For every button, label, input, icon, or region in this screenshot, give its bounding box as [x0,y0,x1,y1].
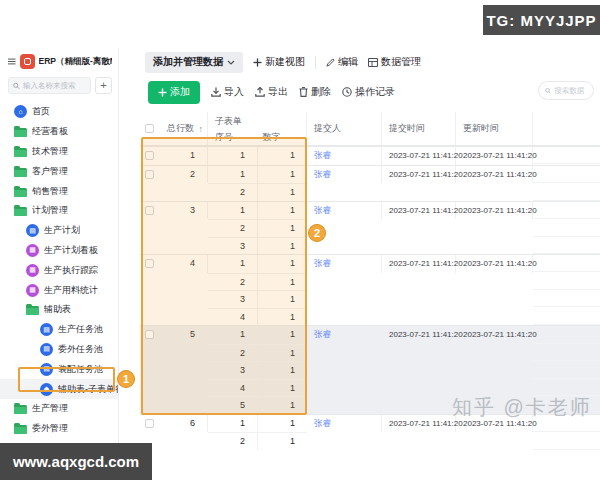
import-button[interactable]: 导入 [211,85,244,99]
submitter-link[interactable]: 张睿 [307,147,381,165]
submitter-link[interactable]: 张睿 [307,202,381,220]
sort-asc-icon: ↑ [199,124,204,134]
sidebar-item-plan-manage[interactable]: 计划管理 [0,201,118,221]
sidebar-item-business-board[interactable]: 经营看板 [0,122,118,142]
column-header-subform[interactable]: 子表单 序号 数字 [208,112,307,145]
folder-icon [14,207,27,216]
app-logo-icon [20,54,35,69]
view-tab-manage-data[interactable]: 添加并管理数据 [145,52,243,73]
submitter-link[interactable]: 张睿 [307,326,381,344]
app-title: ERP（精细版-离散MTO）… [39,56,112,68]
plus-icon [253,58,262,67]
submitter-link[interactable]: 张睿 [307,415,381,433]
submitter-link[interactable]: 张睿 [307,166,381,184]
export-icon [255,87,265,97]
tg-contact-badge: TG: MYYJJPP [483,5,600,35]
folder-icon [14,168,27,177]
edit-button[interactable]: 编辑 [326,55,358,69]
folder-icon [14,128,27,137]
tag-icon: ◆ [40,383,53,396]
table-search-field[interactable] [554,86,587,95]
import-icon [211,87,221,97]
row-checkbox[interactable] [145,170,154,179]
column-header-submitter[interactable]: 提交人 [307,112,382,145]
sidebar-item-production-manage[interactable]: 生产管理 [0,399,118,419]
table-row-group-2[interactable]: 2 11 21 张睿 2023-07-21 11:41:20 2023-07-2… [140,165,600,201]
sidebar-header: ERP（精细版-离散MTO）… [0,48,118,71]
search-icon [13,82,20,90]
main-content: 添加并管理数据 新建视图 编辑 数据管理 添加 导入 导出 [120,48,600,448]
data-manage-button[interactable]: 数据管理 [368,55,421,69]
sidebar-item-production-plan-board[interactable]: ▦生产计划看板 [0,241,118,261]
sidebar-item-production-material-stats[interactable]: ▦生产用料统计 [0,280,118,300]
chevron-down-icon [227,60,235,65]
view-toolbar: 添加并管理数据 新建视图 编辑 数据管理 [145,50,600,74]
folder-icon [14,148,27,157]
action-toolbar: 添加 导入 导出 删除 操作记录 [148,78,600,106]
sidebar-search-input[interactable] [8,77,91,94]
zhihu-watermark: 知乎 @卡老师 [452,394,592,421]
website-badge: www.aqxgcd.com [0,443,152,480]
folder-icon [26,306,39,315]
table-row-group-3[interactable]: 3 11 21 31 张睿 2023-07-21 11:41:20 2023-0… [140,201,600,255]
row-checkbox[interactable] [145,330,154,339]
dashboard-icon: ▦ [26,244,39,257]
form-icon: ▤ [40,363,53,376]
trash-icon [299,87,308,97]
form-icon: ▤ [40,323,53,336]
form-icon: ▤ [26,224,39,237]
folder-icon [14,425,27,434]
sidebar-item-production-exec-track[interactable]: ▦生产执行跟踪 [0,260,118,280]
sidebar-item-production-task-pool[interactable]: ▤生产任务池 [0,320,118,340]
toolbar-divider [315,56,316,69]
sidebar-nav: ⌂首页 经营看板 技术管理 客户管理 销售管理 计划管理 ▤生产计划 ▦生产计划… [0,102,118,439]
annotation-callout-1: 1 [117,370,135,388]
sidebar-search-field[interactable] [23,81,86,90]
column-header-num[interactable]: 数字 [258,131,307,144]
sidebar-item-home[interactable]: ⌂首页 [0,102,118,122]
form-icon: ▤ [40,343,53,356]
sidebar-item-outsource-manage[interactable]: 委外管理 [0,419,118,439]
sidebar-add-button[interactable]: + [95,77,112,94]
sidebar: ERP（精细版-离散MTO）… + ⌂首页 经营看板 技术管理 客户管理 销售管… [0,48,119,448]
row-checkbox[interactable] [145,206,154,215]
column-header-submit-time[interactable]: 提交时间 [382,112,456,145]
row-checkbox[interactable] [145,151,154,160]
select-all-checkbox[interactable] [145,124,154,133]
sidebar-item-aux-table-folder[interactable]: 辅助表 [0,300,118,320]
search-icon [545,87,551,95]
row-checkbox[interactable] [145,419,154,428]
dashboard-icon: ▦ [26,284,39,297]
sidebar-item-outsource-task-pool[interactable]: ▤委外任务池 [0,340,118,360]
new-view-button[interactable]: 新建视图 [253,55,305,69]
pencil-icon [326,58,335,67]
delete-button[interactable]: 删除 [299,85,331,99]
table-row-group-4[interactable]: 4 11 21 31 41 张睿 2023-07-21 11:41:20 202… [140,254,600,325]
row-checkbox[interactable] [145,259,154,268]
home-icon: ⌂ [14,105,27,118]
column-header-update-time[interactable]: 更新时间 [456,112,533,145]
add-record-button[interactable]: 添加 [148,81,200,104]
sidebar-item-customer-manage[interactable]: 客户管理 [0,161,118,181]
column-header-seq[interactable]: 序号 [208,131,258,144]
annotation-callout-2: 2 [308,224,326,242]
sidebar-item-aux-subform-rowcount[interactable]: ◆辅助表-子表单行数 [0,379,118,399]
table-row-group-1[interactable]: 1 11 张睿 2023-07-21 11:41:20 2023-07-21 1… [140,146,600,165]
folder-icon [14,188,27,197]
history-button[interactable]: 操作记录 [342,85,395,99]
sidebar-item-assembly-task-pool[interactable]: ▤装配任务池 [0,359,118,379]
plus-icon [158,88,167,97]
table-header: 总行数 ↑ 子表单 序号 数字 提交人 提交时间 更新时间 [140,112,600,146]
sidebar-item-production-plan[interactable]: ▤生产计划 [0,221,118,241]
column-header-total-rows[interactable]: 总行数 ↑ [159,112,208,145]
sidebar-item-tech-manage[interactable]: 技术管理 [0,142,118,162]
clock-icon [342,87,352,97]
table-search-input[interactable] [538,81,594,100]
folder-icon [14,405,27,414]
submitter-link[interactable]: 张睿 [307,255,381,273]
hamburger-menu-icon[interactable] [8,57,16,66]
export-button[interactable]: 导出 [255,85,288,99]
sidebar-item-sales-manage[interactable]: 销售管理 [0,181,118,201]
dashboard-icon: ▦ [26,264,39,277]
database-grid-icon [368,58,378,67]
